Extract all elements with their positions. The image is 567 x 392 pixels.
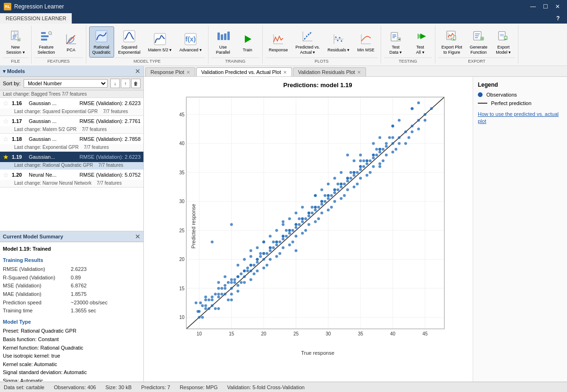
svg-point-133 [266, 252, 268, 255]
svg-point-166 [336, 188, 339, 191]
use-parallel-button[interactable]: UseParallel [211, 26, 235, 57]
predicted-vs-actual-button[interactable]: Predicted vs.Actual ▾ [292, 26, 323, 57]
delete-model-button[interactable]: 🗑 [131, 79, 141, 88]
model-type-isotropic: Use isotropic kernel: true [3, 352, 141, 360]
model-item-1-18: ☆ 1.18 Gaussian ... RMSE (Validation): 2… [0, 134, 143, 152]
legend-item-perfect: Perfect prediction [478, 100, 562, 106]
status-validation: Validation: 5-fold Cross-Validation [227, 384, 305, 390]
tab-validation-predicted-close[interactable]: ✕ [283, 70, 287, 75]
svg-point-198 [217, 293, 220, 295]
svg-text:15: 15 [179, 286, 185, 291]
rational-quadratic-button[interactable]: RationalQuadratic [89, 26, 114, 57]
model-star-1-18: ☆ [3, 135, 9, 143]
svg-point-277 [204, 295, 207, 298]
svg-point-267 [308, 223, 310, 226]
test-all-button[interactable]: TestAll ▾ [409, 26, 432, 57]
matern52-button[interactable]: Matern 5/2 ▾ [145, 26, 175, 57]
ribbon-tab-main[interactable]: REGRESSION LEARNER [0, 13, 72, 24]
minimize-button[interactable]: — [527, 2, 539, 11]
tab-response-plot-close[interactable]: ✕ [186, 70, 190, 75]
advanced-button[interactable]: f(x) Advanced ▾ [176, 26, 205, 57]
svg-point-195 [198, 316, 200, 318]
tab-validation-residuals-close[interactable]: ✕ [357, 70, 361, 75]
tab-response-plot[interactable]: Response Plot ✕ [145, 67, 195, 76]
models-panel-close[interactable]: ✕ [135, 67, 141, 75]
svg-rect-9 [41, 35, 49, 37]
summary-panel-close[interactable]: ✕ [135, 233, 141, 240]
help-link[interactable]: How to use the predicted vs. actual plot [478, 111, 562, 125]
svg-point-167 [340, 186, 342, 188]
chart-title: Predictions: model 1.19 [167, 82, 468, 89]
title-bar: RL Regression Learner — ☐ ✕ [0, 0, 567, 13]
test-data-button[interactable]: TestData ▾ [384, 26, 408, 57]
svg-point-231 [246, 270, 249, 272]
model-num-1-20: 1.20 [12, 172, 26, 178]
svg-point-151 [304, 217, 307, 220]
svg-point-164 [334, 191, 336, 194]
model-row-1-20[interactable]: ☆ 1.20 Neural Ne... RMSE (Validation): 5… [0, 170, 143, 180]
train-button[interactable]: Train [236, 26, 259, 57]
svg-point-110 [217, 295, 220, 298]
svg-point-248 [253, 272, 256, 275]
model-row-1-19[interactable]: ★ 1.19 Gaussian... RMSE (Validation): 2.… [0, 152, 143, 162]
svg-point-223 [378, 148, 381, 151]
squared-exponential-button[interactable]: SquaredExponential [115, 26, 144, 57]
tab-validation-predicted[interactable]: Validation Predicted vs. Actual Plot ✕ [196, 67, 292, 76]
model-item-1-17: ☆ 1.17 Gaussian ... RMSE (Validation): 2… [0, 116, 143, 134]
sort-asc-button[interactable]: ↓ [110, 79, 120, 88]
svg-point-327 [301, 206, 304, 209]
mae-val: 1.8575 [71, 290, 87, 299]
svg-point-303 [327, 183, 330, 186]
model-row-1-18[interactable]: ☆ 1.18 Gaussian ... RMSE (Validation): 2… [0, 134, 143, 144]
new-session-button[interactable]: NewSession ▾ [3, 26, 28, 57]
status-dataset: Data set: cartable [4, 384, 44, 390]
min-mse-button[interactable]: Min MSE [354, 26, 378, 57]
rsquared-val: 0.89 [71, 274, 81, 282]
svg-point-320 [372, 142, 375, 145]
tab-validation-residuals[interactable]: Validation Residuals Plot ✕ [293, 67, 366, 76]
generate-function-button[interactable]: GenerateFunction [467, 26, 491, 57]
svg-point-284 [301, 232, 304, 235]
maximize-button[interactable]: ☐ [540, 2, 551, 11]
svg-point-298 [269, 235, 272, 237]
pca-button[interactable]: PCA [59, 26, 83, 57]
model-name-1-16: Gaussian ... [29, 100, 77, 106]
svg-point-290 [378, 162, 381, 165]
model-row-1-16[interactable]: ☆ 1.16 Gaussian ... RMSE (Validation): 2… [0, 98, 143, 108]
svg-rect-10 [41, 39, 47, 41]
svg-point-333 [417, 101, 420, 104]
residuals-button[interactable]: Residuals ▾ [324, 26, 353, 57]
svg-point-104 [201, 304, 204, 307]
help-button[interactable]: ? [553, 13, 563, 24]
export-plot-button[interactable]: Export Plotto Figure [438, 26, 466, 57]
svg-point-251 [292, 241, 294, 244]
models-panel-title: ▾ Models [3, 68, 25, 74]
model-star-1-17: ☆ [3, 117, 9, 125]
svg-point-289 [366, 174, 368, 177]
svg-point-307 [346, 154, 349, 156]
svg-point-312 [217, 281, 220, 284]
svg-point-331 [378, 136, 381, 139]
sort-desc-button[interactable]: ↑ [121, 79, 130, 88]
svg-text:45: 45 [422, 331, 428, 336]
svg-text:10: 10 [197, 331, 202, 336]
svg-rect-1 [14, 31, 18, 34]
svg-point-194 [424, 113, 426, 116]
svg-point-170 [346, 180, 349, 182]
response-button[interactable]: Response [266, 26, 292, 57]
svg-text:30: 30 [179, 199, 185, 204]
model-type-kernel-scale: Kernel scale: Automatic [3, 360, 141, 369]
min-mse-icon [359, 32, 374, 47]
svg-marker-49 [398, 39, 400, 40]
model-name-1-19: Gaussian... [29, 154, 77, 160]
model-row-1-17[interactable]: ☆ 1.17 Gaussian ... RMSE (Validation): 2… [0, 116, 143, 126]
svg-point-283 [288, 244, 291, 246]
export-model-button[interactable]: ExportModel ▾ [492, 26, 515, 57]
sort-select[interactable]: Model Number RMSE R-Squared MSE MAE [24, 79, 108, 88]
svg-point-323 [224, 275, 226, 278]
legend-label-perfect: Perfect prediction [491, 100, 532, 106]
close-button[interactable]: ✕ [552, 2, 563, 11]
tab-response-plot-label: Response Plot [150, 69, 184, 75]
svg-point-295 [211, 241, 214, 244]
feature-selection-button[interactable]: FeatureSelection [34, 26, 58, 57]
